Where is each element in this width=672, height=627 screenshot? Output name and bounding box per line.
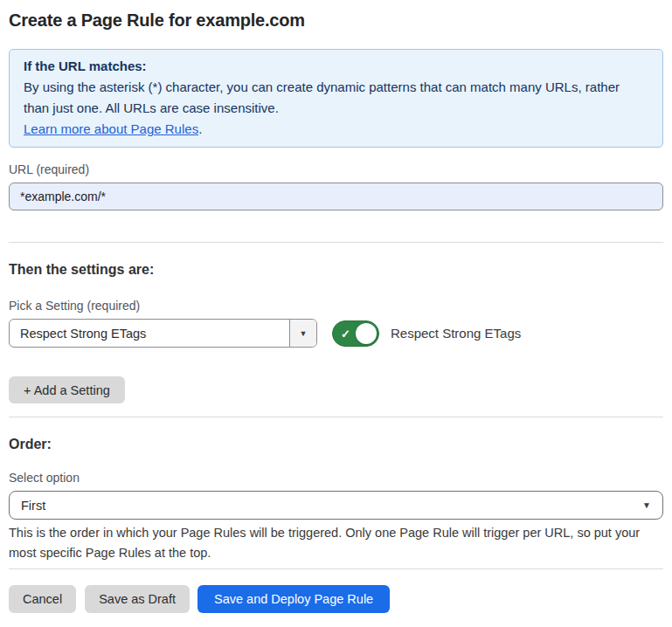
info-banner-body: By using the asterisk (*) character, you…	[24, 77, 648, 119]
setting-select-value: Respect Strong ETags	[10, 320, 289, 347]
url-field-label: URL (required)	[9, 162, 663, 176]
order-section-heading: Order:	[9, 436, 663, 452]
order-select-value: First	[21, 499, 45, 513]
footer-divider	[9, 568, 663, 569]
chevron-down-icon: ▼	[300, 329, 308, 338]
save-and-deploy-button[interactable]: Save and Deploy Page Rule	[197, 585, 390, 613]
check-icon: ✓	[341, 327, 350, 339]
toggle-label: Respect Strong ETags	[391, 326, 521, 341]
create-page-rule-form: Create a Page Rule for example.com If th…	[0, 0, 672, 613]
etags-toggle[interactable]: ✓	[332, 320, 379, 347]
setting-row: Respect Strong ETags ▼ ✓ Respect Strong …	[9, 319, 663, 348]
order-helper-text: This is the order in which your Page Rul…	[9, 523, 660, 563]
page-title: Create a Page Rule for example.com	[9, 10, 663, 31]
url-input[interactable]	[9, 183, 663, 210]
info-banner-heading: If the URL matches:	[24, 56, 648, 77]
toggle-knob	[356, 323, 377, 344]
section-divider	[9, 417, 663, 417]
settings-section-heading: Then the settings are:	[9, 261, 663, 278]
url-match-info-banner: If the URL matches: By using the asteris…	[9, 49, 663, 148]
order-select[interactable]: First ▼	[9, 491, 663, 520]
chevron-down-icon: ▼	[642, 500, 651, 510]
order-select-label: Select option	[9, 471, 663, 485]
cancel-button[interactable]: Cancel	[9, 585, 76, 613]
footer-actions: Cancel Save as Draft Save and Deploy Pag…	[9, 585, 663, 613]
setting-select[interactable]: Respect Strong ETags ▼	[9, 319, 317, 348]
pick-setting-label: Pick a Setting (required)	[9, 299, 663, 313]
learn-more-link[interactable]: Learn more about Page Rules	[24, 121, 198, 136]
link-suffix-period: .	[198, 121, 202, 136]
section-divider	[9, 242, 663, 243]
save-as-draft-button[interactable]: Save as Draft	[85, 585, 190, 613]
add-setting-button[interactable]: + Add a Setting	[9, 376, 125, 403]
setting-select-arrow-button[interactable]: ▼	[289, 320, 316, 347]
info-banner-link-line: Learn more about Page Rules.	[24, 119, 648, 140]
